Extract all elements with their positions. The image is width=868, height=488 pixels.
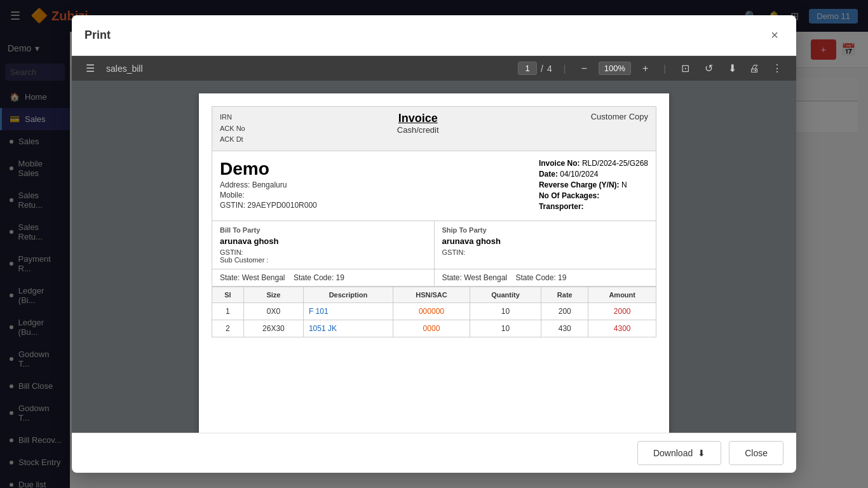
invoice-header-box: IRN ACK No ACK Dt Invoice Cash/credit Cu… bbox=[212, 106, 656, 151]
meta-date: Date: 04/10/2024 bbox=[539, 170, 648, 179]
bill-party-name: arunava ghosh bbox=[220, 236, 426, 246]
pdf-download-icon[interactable]: ⬇ bbox=[724, 61, 740, 76]
ack-dt-label: ACK Dt bbox=[220, 134, 245, 146]
pdf-print-icon[interactable]: 🖨 bbox=[745, 62, 763, 76]
item2-sl: 2 bbox=[212, 320, 244, 337]
item1-size: 0X0 bbox=[243, 302, 303, 320]
th-rate: Rate bbox=[541, 287, 588, 302]
modal-header: Print × bbox=[72, 15, 796, 56]
pdf-content[interactable]: IRN ACK No ACK Dt Invoice Cash/credit Cu… bbox=[72, 81, 796, 433]
irn-label: IRN bbox=[220, 112, 245, 123]
modal-overlay: Print × ☰ sales_bill / 4 | − 100% + | ⊡ bbox=[0, 0, 868, 488]
item2-hsn: 0000 bbox=[393, 320, 470, 337]
state-row: State: West Bengal State Code: 19 State:… bbox=[212, 269, 656, 287]
bill-to-cell: Bill To Party arunava ghosh GSTIN: Sub C… bbox=[212, 221, 435, 269]
download-label: Download bbox=[653, 448, 693, 458]
toolbar-right: ⬇ 🖨 ⋮ bbox=[724, 61, 786, 76]
divider: | bbox=[564, 64, 566, 74]
invoice-company-row: Demo Address: Bengaluru Mobile: GSTIN: 2… bbox=[212, 151, 656, 221]
meta-invoice-no: Invoice No: RLD/2024-25/G268 bbox=[539, 159, 648, 168]
rotate-button[interactable]: ↺ bbox=[701, 61, 717, 76]
page-number-input[interactable] bbox=[518, 62, 537, 75]
zoom-display: 100% bbox=[599, 62, 631, 75]
page-separator: / bbox=[541, 64, 543, 74]
company-mobile: Mobile: bbox=[220, 191, 526, 200]
ship-gstin: GSTIN: bbox=[442, 248, 649, 256]
ship-to-cell: Ship To Party arunava ghosh GSTIN: bbox=[435, 221, 656, 269]
zoom-out-button[interactable]: − bbox=[577, 62, 590, 76]
item1-rate: 200 bbox=[541, 302, 588, 320]
modal-title: Print bbox=[85, 29, 111, 42]
packages-label: No Of Packages: bbox=[539, 191, 599, 200]
date-value: 04/10/2024 bbox=[560, 170, 598, 179]
total-pages: 4 bbox=[547, 64, 552, 74]
pdf-filename: sales_bill bbox=[106, 64, 143, 74]
company-name: Demo bbox=[220, 159, 526, 179]
state-label1: State: bbox=[220, 273, 240, 282]
bill-sub-customer: Sub Customer : bbox=[220, 256, 426, 264]
invoice-title-text: Invoice bbox=[245, 112, 591, 125]
invoice-meta: Invoice No: RLD/2024-25/G268 Date: 04/10… bbox=[539, 159, 648, 213]
divider2: | bbox=[663, 64, 666, 74]
zoom-in-button[interactable]: + bbox=[639, 62, 652, 76]
page-nav: / 4 bbox=[518, 62, 552, 75]
download-icon: ⬇ bbox=[698, 448, 705, 458]
pdf-toolbar: ☰ sales_bill / 4 | − 100% + | ⊡ ↺ ⬇ 🖨 bbox=[72, 56, 796, 81]
reverse-charge-label: Reverse Charge (Y/N): bbox=[539, 180, 620, 189]
invoice-title-center: Invoice Cash/credit bbox=[245, 112, 591, 135]
item-row-1: 1 0X0 F 101 000000 10 200 2000 bbox=[212, 302, 656, 320]
th-quantity: Quantity bbox=[470, 287, 541, 302]
th-hsn: HSN/SAC bbox=[393, 287, 470, 302]
state-code-label1: State Code: bbox=[294, 273, 334, 282]
pdf-page: IRN ACK No ACK Dt Invoice Cash/credit Cu… bbox=[199, 93, 669, 433]
item-row-2: 2 26X30 1051 JK 0000 10 430 4300 bbox=[212, 320, 656, 337]
customer-copy: Customer Copy bbox=[591, 112, 648, 121]
app-background: ☰ 🔶 Zubizi 🔍 🔔 ⊞ Demo 11 Demo ▾ 🏠 Home 💳… bbox=[0, 0, 868, 488]
item2-amount: 4300 bbox=[588, 320, 656, 337]
item1-hsn: 000000 bbox=[393, 302, 470, 320]
company-info: Demo Address: Bengaluru Mobile: GSTIN: 2… bbox=[220, 159, 526, 213]
reverse-charge-value: N bbox=[621, 180, 627, 189]
item1-amount: 2000 bbox=[588, 302, 656, 320]
bill-to-label: Bill To Party bbox=[220, 226, 426, 234]
irn-info: IRN ACK No ACK Dt bbox=[220, 112, 245, 146]
ship-state-code: 19 bbox=[558, 273, 566, 282]
meta-transporter: Transporter: bbox=[539, 202, 648, 211]
date-label: Date: bbox=[539, 170, 558, 179]
pdf-menu-button[interactable]: ☰ bbox=[82, 61, 98, 76]
state-name1: West Bengal bbox=[242, 273, 285, 282]
download-button[interactable]: Download ⬇ bbox=[637, 441, 721, 465]
close-button[interactable]: Close bbox=[729, 441, 783, 465]
item1-sl: 1 bbox=[212, 302, 244, 320]
invoice-no-value: RLD/2024-25/G268 bbox=[582, 159, 648, 168]
item1-qty: 10 bbox=[470, 302, 541, 320]
ship-state-label: State: bbox=[442, 273, 462, 282]
transporter-label: Transporter: bbox=[539, 202, 584, 211]
meta-packages: No Of Packages: bbox=[539, 191, 648, 200]
bill-state-cell: State: West Bengal State Code: 19 bbox=[212, 269, 435, 286]
th-amount: Amount bbox=[588, 287, 656, 302]
ship-state-cell: State: West Bengal State Code: 19 bbox=[435, 269, 656, 286]
item2-size: 26X30 bbox=[243, 320, 303, 337]
state-code1: 19 bbox=[336, 273, 344, 282]
bill-gstin: GSTIN: bbox=[220, 248, 426, 256]
modal-close-button[interactable]: × bbox=[766, 25, 783, 45]
th-sl: Sl bbox=[212, 287, 244, 302]
invoice-subtitle: Cash/credit bbox=[245, 125, 591, 135]
print-modal: Print × ☰ sales_bill / 4 | − 100% + | ⊡ bbox=[72, 15, 796, 473]
company-address: Address: Bengaluru bbox=[220, 180, 526, 189]
invoice-no-label: Invoice No: bbox=[539, 159, 580, 168]
fit-page-button[interactable]: ⊡ bbox=[677, 61, 693, 76]
party-row: Bill To Party arunava ghosh GSTIN: Sub C… bbox=[212, 221, 656, 269]
ship-state-code-label: State Code: bbox=[515, 273, 555, 282]
pdf-more-icon[interactable]: ⋮ bbox=[768, 61, 786, 76]
items-table: Sl Size Description HSN/SAC Quantity Rat… bbox=[212, 287, 656, 337]
ack-no-label: ACK No bbox=[220, 123, 245, 135]
th-description: Description bbox=[303, 287, 393, 302]
item2-qty: 10 bbox=[470, 320, 541, 337]
ship-state-name: West Bengal bbox=[464, 273, 507, 282]
item2-rate: 430 bbox=[541, 320, 588, 337]
th-size: Size bbox=[243, 287, 303, 302]
item2-desc: 1051 JK bbox=[303, 320, 393, 337]
ship-party-name: arunava ghosh bbox=[442, 236, 649, 246]
